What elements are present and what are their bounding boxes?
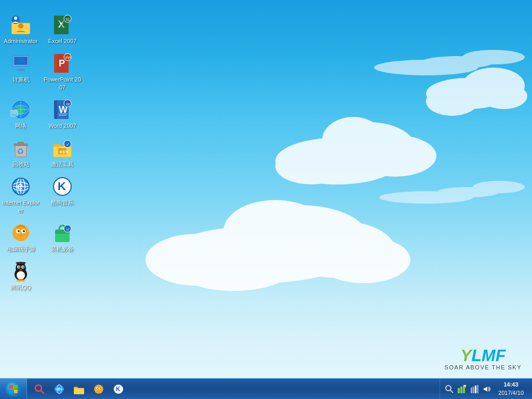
powerpoint-icon: P PP	[52, 53, 73, 74]
excel-icon: X XL	[52, 15, 73, 35]
pcgame-label: 电脑玩手游	[7, 245, 35, 252]
icons-area: Administrator X XL	[0, 5, 94, 374]
svg-point-14	[317, 236, 410, 283]
taskbar-icons: e	[27, 380, 440, 398]
icon-network[interactable]: 网络	[0, 95, 42, 134]
svg-point-6	[462, 68, 525, 104]
icon-computer[interactable]: 计算机	[0, 49, 42, 95]
svg-rect-133	[473, 387, 474, 393]
powerpoint-label: PowerPoint 2007	[44, 76, 81, 91]
network-icon	[10, 99, 31, 120]
svg-point-27	[14, 17, 17, 20]
taskbar-pcgame-button[interactable]	[89, 380, 108, 398]
svg-point-4	[322, 117, 384, 164]
svg-point-88	[23, 230, 25, 232]
qq-label: 腾讯QQ	[10, 284, 31, 291]
kugou-icon: K	[52, 176, 73, 197]
icon-excel2007[interactable]: X XL Excel 2007	[42, 10, 83, 49]
svg-point-13	[223, 200, 327, 262]
administrator-label: Administrator	[4, 37, 38, 45]
taskbar-pcgame-icon	[93, 383, 104, 395]
svg-point-11	[171, 239, 296, 291]
svg-text:KEY: KEY	[60, 150, 69, 154]
tray-network-check-icon[interactable]: ✓	[457, 384, 467, 394]
icon-appstore[interactable]: ㎡ 装机必备	[42, 218, 83, 257]
taskbar-ie-button[interactable]: e	[50, 380, 69, 398]
activation-label: 激活工具	[51, 161, 74, 168]
icon-activation[interactable]: KEY ✓ 激活工具	[42, 134, 83, 172]
start-button[interactable]	[0, 379, 27, 400]
svg-point-16	[374, 60, 478, 75]
icon-kugou[interactable]: K 酷狗音乐	[42, 172, 83, 218]
icon-ie[interactable]: e Internet Explorer	[0, 172, 42, 218]
svg-point-121	[100, 388, 101, 389]
word-icon: W W	[52, 99, 73, 120]
svg-point-15	[145, 234, 249, 286]
tray-volume-icon[interactable]	[482, 384, 492, 394]
icon-powerpoint2007[interactable]: P PP PowerPoint 2007	[42, 49, 83, 95]
taskbar-ie-icon: e	[54, 383, 65, 395]
icon-row-0: Administrator X XL	[0, 10, 94, 49]
qq-icon	[10, 261, 31, 282]
svg-point-1	[322, 122, 416, 174]
clock[interactable]: 14:43 2017/4/10	[494, 381, 528, 397]
computer-icon	[10, 53, 31, 74]
icon-word2007[interactable]: W W Word 2007	[42, 95, 83, 134]
activation-icon: KEY ✓	[52, 138, 73, 158]
svg-point-10	[234, 205, 369, 273]
svg-point-101	[21, 280, 25, 282]
taskbar-search-button[interactable]	[30, 380, 49, 398]
icon-row-4: e Internet Explorer K	[0, 172, 94, 218]
svg-rect-42	[18, 58, 24, 63]
icon-qq[interactable]: 腾讯QQ	[0, 257, 42, 295]
svg-rect-105	[14, 385, 18, 389]
svg-rect-54	[11, 111, 17, 115]
icon-row-1: 计算机 P PP PowerPoint 2007	[0, 49, 94, 95]
svg-point-99	[22, 267, 24, 268]
svg-point-8	[481, 83, 527, 109]
computer-label: 计算机	[12, 76, 30, 83]
taskbar: e	[0, 378, 532, 399]
svg-point-117	[94, 384, 103, 394]
svg-point-18	[462, 50, 525, 64]
ie-label: Internet Explorer	[2, 199, 39, 214]
icon-row-3: ♻ 回收站 KEY	[0, 134, 94, 172]
svg-text:K: K	[116, 385, 121, 392]
svg-point-2	[353, 135, 436, 177]
svg-text:P: P	[59, 58, 65, 69]
tray-network-icon[interactable]	[469, 384, 480, 394]
svg-point-95	[17, 271, 25, 280]
icon-row-2: 网络 W W Word 2007	[0, 95, 94, 134]
icon-row-5: 电脑玩手游 ㎡ 装机必备	[0, 218, 94, 257]
svg-rect-106	[9, 390, 13, 393]
svg-text:e: e	[57, 385, 60, 392]
svg-rect-128	[460, 387, 462, 393]
taskbar-explorer-icon	[73, 383, 85, 395]
svg-rect-116	[74, 388, 84, 394]
svg-rect-65	[18, 142, 24, 144]
ylmf-logo-lmf: LMF	[472, 346, 506, 365]
svg-point-21	[473, 181, 525, 193]
desktop: Administrator X XL	[0, 0, 532, 399]
taskbar-kugou-button[interactable]: K	[109, 380, 128, 398]
svg-point-120	[97, 388, 98, 389]
tray-search-icon[interactable]	[444, 384, 455, 394]
taskbar-explorer-button[interactable]	[70, 380, 88, 398]
svg-point-20	[436, 187, 499, 197]
svg-text:W: W	[66, 102, 70, 107]
icon-pcgame[interactable]: 电脑玩手游	[0, 218, 42, 257]
excel-label: Excel 2007	[48, 37, 76, 45]
icon-administrator[interactable]: Administrator	[0, 10, 42, 49]
svg-point-7	[426, 87, 478, 116]
windows-logo-icon	[9, 384, 18, 394]
svg-text:e: e	[17, 180, 23, 192]
svg-text:✓: ✓	[464, 385, 466, 388]
ylmf-logo-y: Y	[460, 346, 471, 365]
svg-rect-135	[477, 385, 478, 393]
icon-recycle[interactable]: ♻ 回收站	[0, 134, 42, 172]
svg-line-109	[41, 391, 44, 393]
svg-text:♻: ♻	[17, 147, 24, 156]
taskbar-kugou-icon: K	[113, 383, 124, 395]
svg-point-5	[426, 78, 509, 109]
svg-rect-127	[458, 388, 460, 393]
